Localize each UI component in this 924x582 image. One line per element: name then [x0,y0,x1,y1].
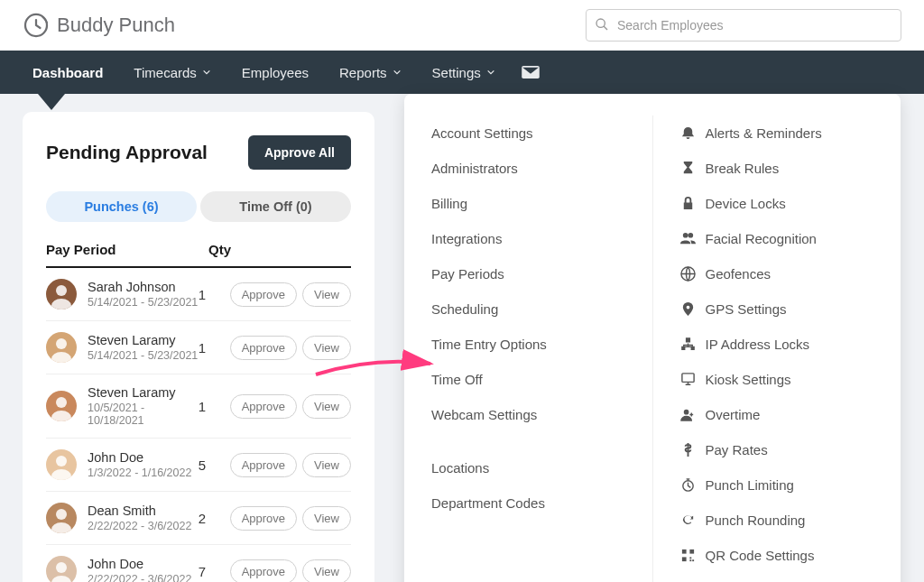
avatar [46,556,77,582]
employee-name: Steven Laramy [88,385,199,400]
approve-button[interactable]: Approve [230,394,297,419]
avatar [46,332,77,363]
settings-menu-item[interactable]: Punch Rounding [680,503,874,538]
svg-rect-25 [686,338,689,342]
settings-menu-item[interactable]: Webcam Settings [431,397,625,432]
settings-menu-item[interactable]: IP Address Locks [680,327,874,362]
svg-point-20 [56,562,67,573]
svg-point-27 [683,410,688,415]
settings-menu-item[interactable]: Locations [431,450,625,485]
settings-menu-item[interactable]: GPS Settings [680,291,874,327]
pay-period-dates: 5/14/2021 - 5/23/2021 [88,349,199,362]
person-plus-icon [680,407,696,422]
approve-button[interactable]: Approve [230,559,297,583]
svg-rect-33 [692,559,694,561]
svg-rect-32 [689,557,691,559]
settings-menu-item[interactable]: Time Entry Options [431,327,625,362]
approve-button[interactable]: Approve [230,453,297,477]
avatar [46,279,77,309]
settings-dropdown: Account SettingsAdministratorsBillingInt… [404,94,901,582]
users-icon [680,231,696,246]
qr-icon [680,548,696,563]
main-nav: Dashboard Timecards Employees Reports Se… [0,51,924,94]
settings-menu-item[interactable]: Integrations [431,221,625,256]
view-button[interactable]: View [302,336,351,360]
tab-punches[interactable]: Punches (6) [46,191,197,222]
svg-rect-34 [689,559,691,561]
settings-menu-item[interactable]: Geofences [680,256,874,291]
table-row: John Doe 1/3/2022 - 1/16/2022 5 Approve … [46,439,351,492]
clock-icon [23,12,50,39]
employee-info: John Doe 2/22/2022 - 3/6/2022 [88,557,199,582]
settings-menu-item[interactable]: Overtime [680,397,874,432]
svg-rect-23 [681,346,684,349]
settings-menu-item[interactable]: Pay Periods [431,256,625,291]
bell-icon [680,125,696,141]
nav-settings[interactable]: Settings [418,51,510,94]
refresh-icon [680,513,696,528]
settings-menu-item[interactable]: Break Rules [680,151,874,186]
avatar [46,449,77,480]
view-button[interactable]: View [302,282,351,307]
employee-info: Dean Smith 2/22/2022 - 3/6/2022 [88,503,199,532]
view-button[interactable]: View [302,453,351,477]
qty-value: 2 [199,511,230,526]
approve-all-button[interactable]: Approve All [248,135,351,170]
tab-timeoff[interactable]: Time Off (0) [200,191,351,222]
settings-menu-item[interactable]: Administrators [431,151,625,186]
svg-rect-31 [681,557,686,561]
employee-info: Steven Laramy 10/5/2021 - 10/18/2021 [88,385,199,427]
view-button[interactable]: View [302,559,351,583]
settings-menu-item[interactable]: Time Card Approvals Settings [680,573,874,582]
settings-menu-item[interactable]: Facial Recognition [680,221,874,256]
approve-button[interactable]: Approve [230,336,297,360]
settings-menu-item[interactable]: Pay Rates [680,432,874,467]
approve-button[interactable]: Approve [230,282,297,307]
svg-rect-30 [689,550,694,554]
employee-info: John Doe 1/3/2022 - 1/16/2022 [88,450,199,479]
settings-menu-item[interactable]: Billing [431,186,625,221]
approve-button[interactable]: Approve [230,506,297,531]
settings-menu-item[interactable]: Time Off [431,362,625,397]
col-pay-period: Pay Period [46,242,208,257]
nav-timecards[interactable]: Timecards [119,51,225,94]
settings-menu-item[interactable]: Kiosk Settings [680,362,874,397]
settings-menu-item[interactable]: Account Settings [431,115,625,151]
tabs: Punches (6) Time Off (0) [46,191,351,222]
pending-approval-card: Pending Approval Approve All Punches (6)… [23,112,374,582]
mail-icon[interactable] [521,65,541,79]
search-input[interactable] [586,9,901,42]
employee-name: Sarah Johnson [88,280,199,294]
settings-menu-item[interactable]: Scheduling [431,291,625,327]
nav-reports[interactable]: Reports [325,51,416,94]
svg-rect-26 [681,374,693,382]
pay-period-dates: 10/5/2021 - 10/18/2021 [88,402,199,427]
nav-employees[interactable]: Employees [227,51,323,94]
view-button[interactable]: View [302,394,351,419]
nav-dashboard[interactable]: Dashboard [18,51,117,94]
employee-info: Sarah Johnson 5/14/2021 - 5/23/2021 [88,280,199,309]
chevron-down-icon [202,68,211,77]
view-button[interactable]: View [302,506,351,531]
dollar-icon [680,442,696,457]
table-row: Steven Laramy 5/14/2021 - 5/23/2021 1 Ap… [46,321,351,374]
pay-period-dates: 1/3/2022 - 1/16/2022 [88,467,199,479]
chevron-down-icon [393,68,402,77]
logo[interactable]: Buddy Punch [23,12,175,39]
qty-value: 1 [199,340,230,356]
qty-value: 5 [199,457,230,473]
table-row: John Doe 2/22/2022 - 3/6/2022 7 Approve … [46,545,351,582]
settings-menu-item[interactable]: QR Code Settings [680,538,874,573]
hourglass-icon [680,161,696,176]
settings-menu-item[interactable]: Punch Limiting [680,467,874,503]
settings-menu-item[interactable]: Department Codes [431,485,625,521]
settings-menu-item[interactable]: Alerts & Reminders [680,115,874,151]
avatar [46,503,77,533]
avatar [46,391,77,421]
svg-point-8 [56,338,67,349]
top-bar: Buddy Punch [0,0,924,51]
pay-period-dates: 2/22/2022 - 3/6/2022 [88,573,199,582]
pay-period-dates: 2/22/2022 - 3/6/2022 [88,520,199,532]
settings-menu-item[interactable]: Device Locks [680,186,874,221]
svg-point-5 [56,285,67,296]
